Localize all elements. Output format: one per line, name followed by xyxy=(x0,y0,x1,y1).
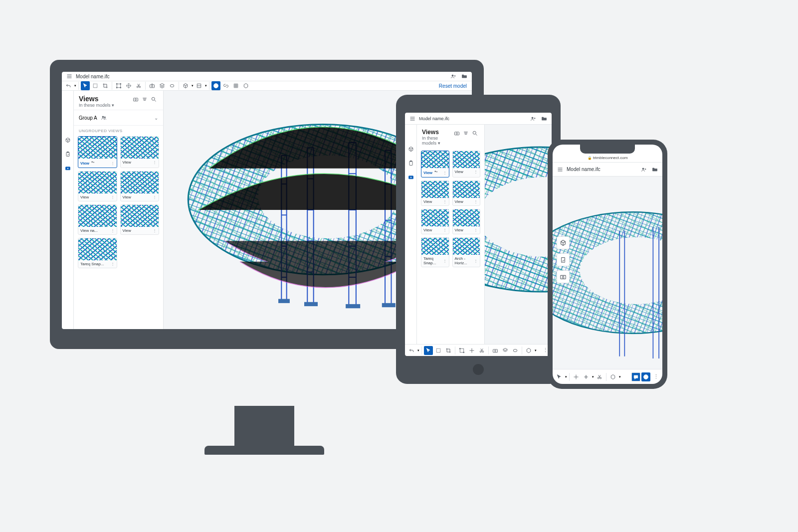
rail-camera-icon[interactable] xyxy=(63,164,72,173)
undo-icon[interactable] xyxy=(407,346,416,355)
folder-icon[interactable] xyxy=(460,72,469,81)
svg-point-19 xyxy=(135,99,137,100)
view-thumbnail[interactable]: View⋮ xyxy=(120,204,160,235)
thumbnail-more-icon[interactable]: ⋮ xyxy=(443,199,447,204)
view-thumbnail[interactable]: View⋮ xyxy=(421,209,449,234)
ellipse-icon[interactable] xyxy=(511,346,520,355)
view-thumbnail[interactable]: View⋮ xyxy=(452,209,481,234)
marquee-icon[interactable] xyxy=(434,346,443,355)
cut-icon[interactable] xyxy=(134,81,143,90)
thumbnail-more-icon[interactable]: ⋮ xyxy=(153,160,157,165)
plus-icon[interactable] xyxy=(582,372,591,381)
thumbnail-more-icon[interactable]: ⋮ xyxy=(474,228,478,232)
people-add-icon[interactable] xyxy=(529,114,538,123)
camera-icon[interactable] xyxy=(148,81,157,90)
layers-icon[interactable] xyxy=(158,81,167,90)
thumbnail-more-icon[interactable]: ⋮ xyxy=(474,170,478,174)
model-title: Model name.ifc xyxy=(76,74,447,79)
people-icon xyxy=(99,113,108,122)
crop-icon[interactable] xyxy=(444,346,453,355)
select-icon[interactable] xyxy=(81,81,90,90)
rail-cube-icon[interactable] xyxy=(557,236,570,249)
rail-clipboard-icon[interactable] xyxy=(557,253,570,266)
thumbnail-label: View na... xyxy=(80,228,98,233)
pan-icon[interactable] xyxy=(124,81,133,90)
transform-icon[interactable] xyxy=(457,346,466,355)
box-icon[interactable] xyxy=(241,81,250,90)
marquee-icon[interactable] xyxy=(91,81,100,90)
search-icon[interactable] xyxy=(470,129,479,138)
reset-model-button[interactable]: Reset model xyxy=(436,83,470,89)
thumbnail-more-icon[interactable]: ⋮ xyxy=(111,195,115,199)
select-icon[interactable] xyxy=(555,372,564,381)
clip-icon[interactable] xyxy=(195,81,203,90)
view-thumbnail[interactable]: Arch - Horiz...⋮ xyxy=(452,237,481,267)
rail-camera-icon[interactable] xyxy=(557,270,570,283)
thumbnail-more-icon[interactable]: ⋮ xyxy=(153,195,157,199)
people-add-icon[interactable] xyxy=(449,72,458,81)
pan-icon[interactable] xyxy=(572,372,581,381)
view-thumbnail[interactable]: View⋮ xyxy=(452,180,481,206)
rail-cube-icon[interactable] xyxy=(406,145,415,154)
thumbnail-more-icon[interactable]: ⋮ xyxy=(474,259,478,263)
message-icon[interactable] xyxy=(631,372,640,381)
people-add-icon[interactable] xyxy=(639,165,648,174)
transform-icon[interactable] xyxy=(114,81,123,90)
thumbnail-more-icon[interactable]: ⋮ xyxy=(111,228,115,233)
help-icon[interactable]: ? xyxy=(641,372,650,381)
rail-cube-icon[interactable] xyxy=(63,136,72,145)
cube-icon[interactable] xyxy=(524,346,533,355)
search-icon[interactable] xyxy=(149,95,158,104)
rail-clipboard-icon[interactable] xyxy=(406,159,415,168)
view-thumbnail[interactable]: View⋮ xyxy=(452,151,481,177)
crop-icon[interactable] xyxy=(101,81,110,90)
panel-subtitle[interactable]: In these models ▾ xyxy=(422,136,452,146)
menu-icon[interactable] xyxy=(556,165,565,174)
folder-icon[interactable] xyxy=(540,114,549,123)
pan-icon[interactable] xyxy=(467,346,476,355)
cube-icon[interactable] xyxy=(181,81,190,90)
thumbnail-more-icon[interactable]: ⋮ xyxy=(111,262,115,266)
camera-icon[interactable] xyxy=(491,346,500,355)
sort-icon[interactable] xyxy=(461,129,470,138)
cut-icon[interactable] xyxy=(595,372,604,381)
view-thumbnail[interactable]: Tareq Snap...⋮ xyxy=(78,238,117,268)
rail-clipboard-icon[interactable] xyxy=(63,150,72,159)
thumbnail-more-icon[interactable]: ⋮ xyxy=(153,228,157,233)
panel-subtitle[interactable]: In these models ▾ xyxy=(79,103,131,108)
left-rail xyxy=(62,91,74,329)
thumbnail-more-icon[interactable]: ⋮ xyxy=(443,171,447,175)
link-icon[interactable] xyxy=(221,81,230,90)
view-thumbnail[interactable]: View⋮ xyxy=(78,136,117,168)
cube-icon[interactable] xyxy=(608,372,617,381)
thumbnail-more-icon[interactable]: ⋮ xyxy=(443,228,447,232)
folder-icon[interactable] xyxy=(650,165,659,174)
view-thumbnail[interactable]: View⋮ xyxy=(120,171,160,201)
grid-icon[interactable] xyxy=(231,81,240,90)
menu-icon[interactable] xyxy=(65,72,74,81)
thumbnail-more-icon[interactable]: ⋮ xyxy=(111,161,115,166)
select-icon[interactable] xyxy=(424,346,433,355)
layers-icon[interactable] xyxy=(501,346,510,355)
cut-icon[interactable] xyxy=(477,346,486,355)
menu-icon[interactable] xyxy=(408,114,417,123)
help-icon[interactable]: ? xyxy=(211,81,220,90)
panel-camera-icon[interactable] xyxy=(131,95,140,104)
model-viewport[interactable] xyxy=(485,125,552,344)
panel-camera-icon[interactable] xyxy=(452,129,461,138)
undo-icon[interactable] xyxy=(64,81,73,90)
more-icon[interactable]: ⋮ xyxy=(651,372,660,381)
view-thumbnail[interactable]: Tareq Snap...⋮ xyxy=(421,237,449,267)
view-thumbnail[interactable]: View na...⋮ xyxy=(78,204,117,235)
sort-icon[interactable] xyxy=(140,95,149,104)
views-panel: Views In these models ▾ View⋮View⋮View⋮V… xyxy=(417,125,485,344)
view-thumbnail[interactable]: View⋮ xyxy=(421,151,449,177)
group-row[interactable]: Group A ⌄ xyxy=(74,110,163,126)
view-thumbnail[interactable]: View⋮ xyxy=(78,171,117,201)
ellipse-icon[interactable] xyxy=(168,81,177,90)
view-thumbnail[interactable]: View⋮ xyxy=(120,136,160,168)
thumbnail-more-icon[interactable]: ⋮ xyxy=(443,259,447,263)
view-thumbnail[interactable]: View⋮ xyxy=(421,180,449,206)
thumbnail-more-icon[interactable]: ⋮ xyxy=(474,199,478,204)
rail-camera-icon[interactable] xyxy=(406,173,415,181)
